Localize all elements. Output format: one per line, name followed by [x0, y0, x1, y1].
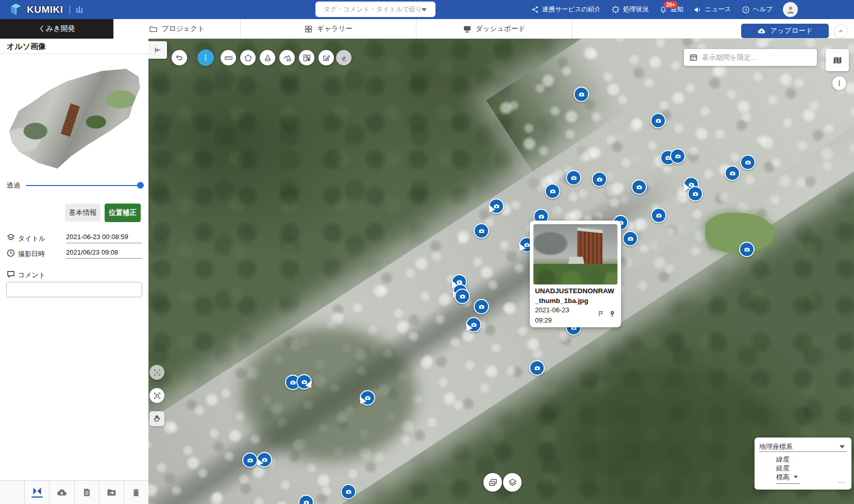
basic-info-button[interactable]: 基本情報 [65, 204, 101, 222]
fit-extent-button[interactable] [149, 365, 164, 380]
search-input[interactable] [315, 2, 436, 17]
select-area-button[interactable] [149, 388, 164, 403]
map-options-button[interactable] [832, 76, 846, 90]
camera-marker[interactable] [740, 155, 756, 170]
measure-distance-button[interactable] [221, 50, 236, 65]
capture-date-value[interactable]: 2021/06/23 09:08 [66, 248, 142, 259]
cloud-upload-icon [757, 27, 766, 36]
tab-dashboard[interactable]: ダッシュボード [416, 19, 572, 39]
map-canvas[interactable]: UNADJUSTEDNONRAW_thumb_1ba.jpg 2021-06-2… [148, 39, 854, 504]
camera-marker[interactable] [670, 148, 685, 164]
camera-marker[interactable] [529, 360, 545, 376]
position-correction-button[interactable]: 位置補正 [105, 204, 141, 222]
flag-icon[interactable] [597, 310, 605, 317]
camera-marker[interactable] [341, 484, 356, 499]
camera-marker[interactable] [623, 231, 638, 246]
svg-text:?: ? [744, 8, 747, 12]
more-tools-button[interactable] [197, 49, 214, 66]
tab-gallery[interactable]: ギャラリー [241, 19, 416, 39]
camera-marker[interactable] [566, 170, 581, 186]
delete-button[interactable] [124, 481, 148, 504]
popup-photo-vegetation [533, 264, 617, 284]
collapse-left-icon [154, 46, 162, 54]
camera-marker[interactable] [545, 183, 560, 199]
camera-marker[interactable] [474, 223, 489, 239]
camera-marker[interactable] [574, 87, 589, 102]
undo-icon [175, 54, 183, 62]
camera-marker[interactable] [257, 452, 272, 467]
news-link[interactable]: ニュース [694, 5, 731, 14]
eraser-button[interactable] [336, 50, 351, 65]
crs-label: 地理座標系 [759, 442, 793, 451]
opacity-slider-track[interactable] [26, 185, 142, 186]
opacity-slider-thumb[interactable] [137, 182, 144, 189]
help-link[interactable]: ? ヘルプ [742, 5, 773, 14]
layers-toggle-button[interactable] [503, 473, 522, 492]
date-filter-input[interactable] [702, 54, 812, 61]
elevation-profile-button[interactable] [279, 50, 295, 65]
camera-marker[interactable] [489, 198, 504, 214]
external-service-button[interactable] [25, 481, 49, 504]
latitude-label: 緯度 [776, 455, 790, 464]
help-icon: ? [742, 6, 750, 14]
measure-area-button[interactable] [240, 50, 256, 65]
basemap-toggle-button[interactable] [826, 49, 849, 71]
camera-marker[interactable] [466, 317, 481, 332]
sidebar-header: オルソ画像 [0, 39, 148, 54]
move-to-folder-button[interactable] [99, 481, 124, 504]
camera-marker[interactable] [360, 390, 375, 406]
frame-select-icon [153, 392, 161, 400]
annotate-button[interactable] [319, 50, 334, 65]
processing-status-link[interactable]: 処理状況 [611, 5, 649, 14]
user-avatar[interactable] [783, 2, 798, 17]
services-link[interactable]: 連携サービスの紹介 [531, 5, 601, 14]
notification-badge: 20+ [663, 1, 678, 9]
upload-button[interactable]: アップロード [741, 24, 829, 38]
camera-marker[interactable] [725, 165, 740, 181]
processing-status-label: 処理状況 [623, 5, 649, 14]
camera-marker[interactable] [651, 208, 666, 223]
opacity-control: 透過 [0, 180, 148, 190]
camera-marker[interactable] [592, 172, 607, 187]
location-pin-icon[interactable] [609, 310, 616, 317]
photo-popup[interactable]: UNADJUSTEDNONRAW_thumb_1ba.jpg 2021-06-2… [530, 221, 621, 327]
date-filter [684, 49, 817, 66]
comment-label: コメント [18, 271, 45, 280]
trash-icon [131, 488, 141, 497]
collapse-sidebar-button[interactable] [148, 41, 167, 59]
bottom-center-controls [483, 473, 522, 492]
measure-volume-button[interactable] [260, 50, 275, 65]
camera-marker[interactable] [631, 179, 647, 195]
camera-marker[interactable] [650, 113, 666, 128]
brand[interactable]: KUMIKI 山 [9, 0, 83, 19]
layout-tiles-icon [303, 54, 311, 62]
notifications-link[interactable]: 通知 20+ [659, 5, 683, 14]
camera-marker[interactable] [296, 374, 312, 390]
camera-marker[interactable] [739, 242, 755, 257]
title-field-value[interactable]: 2021-06-23 00:08:59 [66, 233, 142, 243]
altitude-select[interactable]: 標高 [776, 473, 800, 484]
download-button[interactable] [49, 481, 74, 504]
pan-tool-button[interactable] [149, 411, 164, 426]
ortho-image-thumbnail[interactable] [5, 61, 143, 174]
comment-input[interactable] [6, 282, 142, 297]
photo-overlay-button[interactable] [483, 473, 502, 492]
camera-marker[interactable] [474, 299, 489, 314]
camera-marker[interactable] [455, 289, 470, 304]
popup-date: 2021-06-23 [535, 306, 570, 314]
undo-tool-button[interactable] [172, 50, 187, 65]
folder-export-icon [106, 487, 117, 498]
camera-marker[interactable] [688, 186, 703, 201]
team-tab[interactable]: くみき開発 [0, 19, 113, 39]
photo-thumbnail[interactable] [533, 224, 617, 284]
coords-more-button[interactable]: ... [838, 477, 845, 484]
layout-compare-button[interactable] [299, 50, 314, 65]
crs-select[interactable]: 地理座標系 [759, 441, 847, 452]
collapse-header-button[interactable] [834, 24, 848, 38]
camera-icon [674, 152, 682, 161]
person-icon [785, 5, 796, 15]
tab-project[interactable]: プロジェクト [113, 19, 241, 39]
camera-icon [537, 212, 546, 221]
terrain-profile-icon [283, 54, 292, 62]
report-button[interactable] [75, 481, 99, 504]
